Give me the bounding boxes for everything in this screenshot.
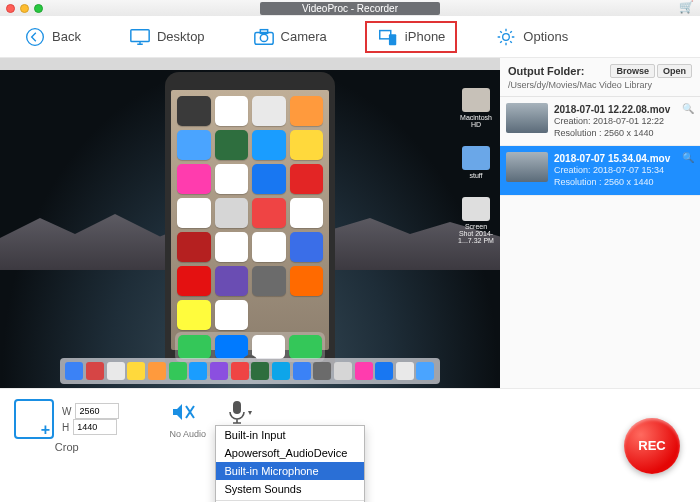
microphone-button[interactable]: ▾ [224, 399, 254, 425]
microphone-menu: Built-in Input Apowersoft_AudioDevice Bu… [215, 425, 365, 502]
mic-menu-item[interactable]: System Sounds [216, 480, 364, 498]
mic-menu-item[interactable]: Built-in Input [216, 426, 364, 444]
magnify-icon[interactable]: 🔍 [682, 103, 694, 114]
output-folder-header: Output Folder: Browse Open [500, 58, 700, 80]
svg-rect-4 [260, 29, 267, 33]
folder-icon: stuff [458, 146, 494, 179]
width-label: W [62, 406, 71, 417]
speaker-mute-icon[interactable] [169, 399, 199, 425]
svg-point-3 [260, 34, 267, 41]
desktop-icon [129, 27, 151, 47]
output-folder-path: /Users/dy/Movies/Mac Video Library [500, 80, 700, 97]
cart-icon[interactable]: 🛒 [679, 0, 694, 14]
options-label: Options [523, 29, 568, 44]
file-thumbnail [506, 103, 548, 133]
file-name: 2018-07-01 12.22.08.mov [554, 103, 676, 116]
file-name: 2018-07-07 15.34.04.mov [554, 152, 676, 165]
mic-menu-item[interactable]: Built-in Microphone [216, 462, 364, 480]
captured-menubar [0, 58, 500, 70]
desktop-mode-button[interactable]: Desktop [119, 23, 215, 51]
menu-separator [216, 500, 364, 501]
crop-label: Crop [14, 441, 119, 453]
options-button[interactable]: Options [485, 23, 578, 51]
zoom-window-button[interactable] [34, 4, 43, 13]
record-button[interactable]: REC [624, 418, 680, 474]
captured-mac-dock [60, 358, 440, 384]
gear-icon [495, 27, 517, 47]
magnify-icon[interactable]: 🔍 [682, 152, 694, 163]
camera-label: Camera [281, 29, 327, 44]
camera-mode-button[interactable]: Camera [243, 23, 337, 51]
output-folder-label: Output Folder: [508, 65, 584, 77]
output-panel: Output Folder: Browse Open /Users/dy/Mov… [500, 58, 700, 388]
no-audio-label: No Audio [169, 429, 206, 439]
height-input[interactable] [73, 419, 117, 435]
svg-point-7 [503, 33, 510, 40]
preview-canvas[interactable]: Macintosh HD stuff Screen Shot 2014-1...… [0, 58, 500, 388]
desktop-label: Desktop [157, 29, 205, 44]
recording-file-item[interactable]: 2018-07-07 15.34.04.mov Creation: 2018-0… [500, 146, 700, 195]
file-thumbnail [506, 152, 548, 182]
iphone-app-grid [175, 94, 325, 332]
iphone-icon [377, 27, 399, 47]
disk-icon: Macintosh HD [458, 88, 494, 128]
bottom-bar: W H Crop No Audio ▾ Built-in Input Apowe… [0, 388, 700, 502]
iphone-mode-button[interactable]: iPhone [365, 21, 457, 53]
svg-rect-6 [389, 34, 396, 45]
screenshot-file-icon: Screen Shot 2014-1...7.32 PM [458, 197, 494, 244]
iphone-label: iPhone [405, 29, 445, 44]
camera-icon [253, 27, 275, 47]
width-input[interactable] [75, 403, 119, 419]
mic-menu-item[interactable]: Apowersoft_AudioDevice [216, 444, 364, 462]
titlebar: VideoProc - Recorder 🛒 [0, 0, 700, 16]
window-title: VideoProc - Recorder [260, 2, 440, 15]
crop-group: W H [14, 399, 119, 439]
svg-point-0 [27, 28, 44, 45]
svg-rect-8 [233, 401, 241, 414]
back-label: Back [52, 29, 81, 44]
record-label: REC [638, 438, 665, 453]
svg-rect-1 [131, 29, 149, 41]
height-label: H [62, 422, 69, 433]
iphone-screen [171, 90, 329, 350]
main-area: Macintosh HD stuff Screen Shot 2014-1...… [0, 58, 700, 388]
captured-desktop-icons: Macintosh HD stuff Screen Shot 2014-1...… [458, 88, 494, 244]
toolbar: Back Desktop Camera iPhone Options [0, 16, 700, 58]
back-button[interactable]: Back [14, 23, 91, 51]
close-window-button[interactable] [6, 4, 15, 13]
audio-controls: No Audio ▾ Built-in Input Apowersoft_Aud… [169, 399, 254, 439]
window-controls [0, 4, 43, 13]
open-button[interactable]: Open [657, 64, 692, 78]
back-arrow-icon [24, 27, 46, 47]
recording-file-item[interactable]: 2018-07-01 12.22.08.mov Creation: 2018-0… [500, 97, 700, 146]
dimensions: W H [62, 403, 119, 435]
minimize-window-button[interactable] [20, 4, 29, 13]
browse-button[interactable]: Browse [610, 64, 655, 78]
crop-icon[interactable] [14, 399, 54, 439]
iphone-preview [165, 72, 335, 376]
